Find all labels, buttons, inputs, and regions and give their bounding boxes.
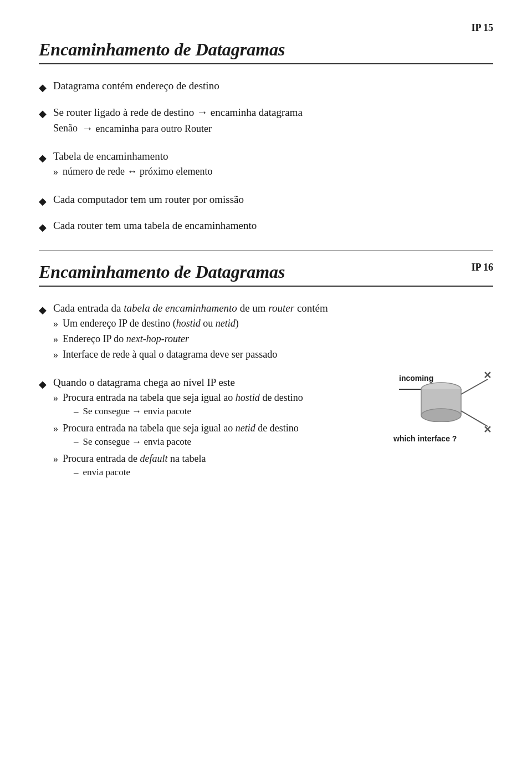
slide-2-title: Encaminhamento de Datagramas xyxy=(39,262,493,282)
bullet-3-content: Tabela de encaminhamento » número de red… xyxy=(53,150,212,181)
diamond-icon-4: ◆ xyxy=(39,195,47,207)
sub-sub-s2-6-1: – envia pacote xyxy=(74,467,206,478)
sub-s2-3-text: Interface de rede à qual o datagrama dev… xyxy=(63,349,277,360)
bullet-s2-1-content: Cada entrada da tabela de encaminhamento… xyxy=(53,302,328,364)
sub-bullet-2-1: Senão → encaminha para outro Router xyxy=(53,122,303,135)
sub-sub-s2-4-1-text: Se consegue → envia pacote xyxy=(83,406,191,417)
raquo-s2-5: » xyxy=(53,423,58,435)
router-diagram-inner: incoming xyxy=(393,371,493,443)
page-number-2: IP 16 xyxy=(471,262,493,273)
sub-s2-4-content: Procura entrada na tabela que seja igual… xyxy=(63,392,303,419)
bullet-s2-1-intro: Cada entrada da tabela de encaminhamento… xyxy=(53,302,328,314)
raquo-s2-1: » xyxy=(53,318,58,330)
slide-2: IP 16 Encaminhamento de Datagramas ◆ Cad… xyxy=(39,262,493,484)
bullet-2: ◆ Se router ligado à rede de destino → e… xyxy=(39,106,493,138)
slide-1: IP 15 Encaminhamento de Datagramas ◆ Dat… xyxy=(39,22,493,233)
diamond-icon-5: ◆ xyxy=(39,221,47,233)
bullet-s2-2-text: Quando o datagrama chega ao nível IP est… xyxy=(53,377,235,388)
bullet-1: ◆ Datagrama contém endereço de destino xyxy=(39,80,493,94)
sub-s2-6-text: Procura entrada de default na tabela xyxy=(63,453,206,464)
page-number-1: IP 15 xyxy=(39,22,493,34)
raquo-s2-4: » xyxy=(53,393,58,404)
bullet-5: ◆ Cada router tem uma tabela de encaminh… xyxy=(39,220,493,233)
bullet-s2-1-sublist: » Um endereço IP de destino (hostid ou n… xyxy=(53,318,328,361)
sub-s2-2: » Endereço IP do next-hop-router xyxy=(53,333,328,345)
svg-text:✕: ✕ xyxy=(483,424,492,435)
diamond-icon-2: ◆ xyxy=(39,108,47,120)
raquo-s2-6: » xyxy=(53,454,58,465)
raquo-s2-2: » xyxy=(53,334,58,345)
bullet-1-text: Datagrama contém endereço de destino xyxy=(53,80,219,92)
sub-s2-5-content: Procura entrada na tabela que seja igual… xyxy=(63,423,299,450)
bullet-4-text: Cada computador tem um router por omissã… xyxy=(53,194,244,206)
bullet-s2-2: ◆ incoming xyxy=(39,377,493,484)
sub-s2-4: » Procura entrada na tabela que seja igu… xyxy=(53,392,382,419)
bullet-2-text: Se router ligado à rede de destino → enc… xyxy=(53,106,303,118)
sub-sub-s2-5: – Se consegue → envia pacote xyxy=(74,436,299,447)
raquo-icon-3: » xyxy=(53,166,58,178)
sub-sub-s2-4: – Se consegue → envia pacote xyxy=(74,406,303,417)
dash-icon-2: – xyxy=(74,436,79,447)
sub-s2-2-text: Endereço IP do next-hop-router xyxy=(63,333,189,345)
dash-icon-3: – xyxy=(74,467,79,478)
diamond-icon-3: ◆ xyxy=(39,152,47,164)
bullet-4: ◆ Cada computador tem um router por omis… xyxy=(39,194,493,207)
slide-1-bullets: ◆ Datagrama contém endereço de destino ◆… xyxy=(39,80,493,233)
title-divider-1 xyxy=(39,63,493,64)
bullet-3-text: Tabela de encaminhamento xyxy=(53,150,168,162)
sub-sub-s2-5-1: – Se consegue → envia pacote xyxy=(74,436,299,447)
sub-sub-s2-4-1: – Se consegue → envia pacote xyxy=(74,406,303,417)
svg-line-5 xyxy=(461,379,488,394)
sub-s2-4-text: Procura entrada na tabela que seja igual… xyxy=(63,392,303,403)
dash-icon-1: – xyxy=(74,406,79,417)
sub-bullet-3-1: » número de rede ↔ próximo elemento xyxy=(53,166,212,178)
raquo-s2-3: » xyxy=(53,349,58,361)
sub-bullet-3-1-text: número de rede ↔ próximo elemento xyxy=(63,166,212,177)
diamond-icon-s2-1: ◆ xyxy=(39,304,47,316)
slide-2-bullets: ◆ Cada entrada da tabela de encaminhamen… xyxy=(39,302,493,484)
bullet-s2-1: ◆ Cada entrada da tabela de encaminhamen… xyxy=(39,302,493,364)
diamond-icon-s2-2: ◆ xyxy=(39,378,47,390)
slide-1-title: Encaminhamento de Datagramas xyxy=(39,39,493,60)
sub-s2-5: » Procura entrada na tabela que seja igu… xyxy=(53,423,382,450)
bullet-2-content: Se router ligado à rede de destino → enc… xyxy=(53,106,303,138)
bullet-5-text: Cada router tem uma tabela de encaminham… xyxy=(53,220,257,232)
which-interface-label: which interface ? xyxy=(393,434,457,443)
sub-s2-6: » Procura entrada de default na tabela –… xyxy=(53,453,493,480)
sub-s2-6-content: Procura entrada de default na tabela – e… xyxy=(63,453,206,480)
title-divider-2 xyxy=(39,286,493,287)
bullet-s2-2-content: incoming xyxy=(53,377,493,484)
sub-sub-s2-6: – envia pacote xyxy=(74,467,206,478)
svg-text:✕: ✕ xyxy=(483,371,492,381)
sub-s2-1-text: Um endereço IP de destino (hostid ou net… xyxy=(63,318,239,329)
sub-s2-5-text: Procura entrada na tabela que seja igual… xyxy=(63,423,299,434)
sub-sub-s2-5-1-text: Se consegue → envia pacote xyxy=(83,436,191,447)
bullet-3-sublist: » número de rede ↔ próximo elemento xyxy=(53,166,212,178)
sub-s2-1: » Um endereço IP de destino (hostid ou n… xyxy=(53,318,328,330)
bullet-2-sublist: Senão → encaminha para outro Router xyxy=(53,122,303,135)
router-body xyxy=(420,381,462,423)
svg-line-7 xyxy=(461,411,488,426)
router-cylinder xyxy=(420,389,462,422)
sub-bullet-2-1-text: → encaminha para outro Router xyxy=(82,122,212,135)
bullet-3: ◆ Tabela de encaminhamento » número de r… xyxy=(39,150,493,181)
svg-point-2 xyxy=(421,409,461,422)
sub-s2-3: » Interface de rede à qual o datagrama d… xyxy=(53,349,328,361)
router-diagram: incoming xyxy=(393,371,493,443)
raquo-icon: Senão xyxy=(53,123,78,134)
sub-sub-s2-6-1-text: envia pacote xyxy=(83,467,130,478)
diamond-icon-1: ◆ xyxy=(39,82,47,94)
section-divider xyxy=(39,250,493,251)
